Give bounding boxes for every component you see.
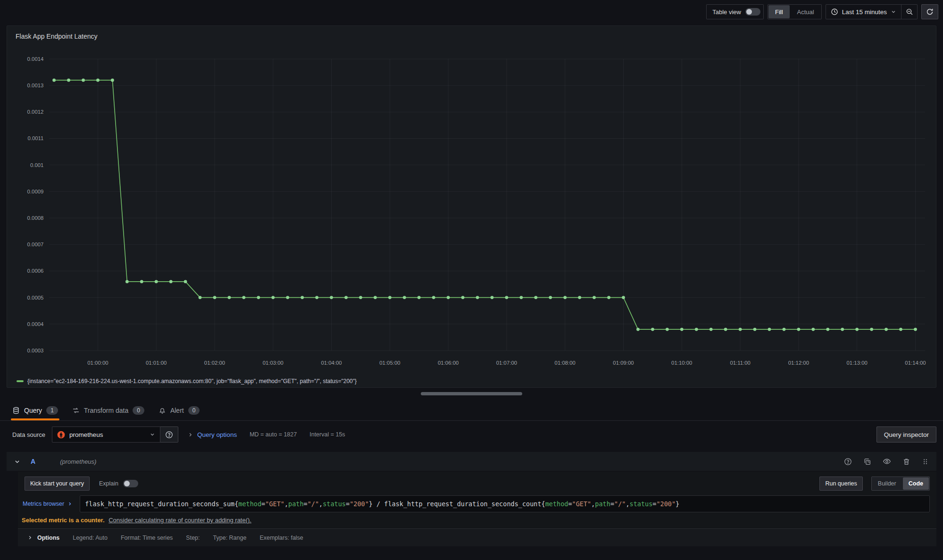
tab-alert-label: Alert xyxy=(170,407,184,414)
promql-editor-row: Metrics browser flask_http_request_durat… xyxy=(18,495,930,512)
tab-transform-badge: 0 xyxy=(133,406,144,415)
svg-text:0.0014: 0.0014 xyxy=(27,56,44,62)
svg-text:0.0004: 0.0004 xyxy=(27,321,44,327)
chevron-right-icon xyxy=(67,501,72,506)
fill-button[interactable]: Fill xyxy=(768,5,790,18)
query-editor: Kick start your query Explain Run querie… xyxy=(18,472,936,546)
time-range-label: Last 15 minutes xyxy=(842,8,887,16)
latency-chart[interactable]: 0.00140.00130.00120.00110.0010.00090.000… xyxy=(14,43,930,376)
svg-text:01:09:00: 01:09:00 xyxy=(613,360,634,366)
options-label: Options xyxy=(37,535,59,541)
time-range-button[interactable]: Last 15 minutes xyxy=(826,5,901,19)
builder-code-segmented: Builder Code xyxy=(871,476,930,491)
tab-alert-badge: 0 xyxy=(188,406,200,415)
delete-query-trash-icon[interactable] xyxy=(902,458,910,466)
builder-button[interactable]: Builder xyxy=(872,477,902,490)
datasource-label: Data source xyxy=(12,431,45,438)
run-queries-button[interactable]: Run queries xyxy=(819,476,862,491)
query-options-toggle[interactable]: Query options MD = auto = 1827 Interval … xyxy=(188,431,345,438)
svg-text:0.0008: 0.0008 xyxy=(27,215,44,221)
svg-text:01:01:00: 01:01:00 xyxy=(146,360,167,366)
query-a-header[interactable]: A (prometheus) xyxy=(7,452,936,471)
query-ref-id: A xyxy=(31,458,35,465)
svg-text:0.0013: 0.0013 xyxy=(27,83,44,88)
zoom-out-icon xyxy=(906,8,913,16)
options-legend: Legend: Auto xyxy=(73,535,108,541)
fill-actual-segmented: Fill Actual xyxy=(768,4,822,19)
chevron-down-icon xyxy=(891,9,896,15)
collapse-chevron-icon[interactable] xyxy=(14,459,20,465)
query-options-collapsed-row[interactable]: Options Legend: Auto Format: Time series… xyxy=(18,528,936,546)
svg-text:0.0005: 0.0005 xyxy=(27,295,44,301)
drag-handle-grip-icon[interactable] xyxy=(922,458,929,465)
options-exemplars: Exemplars: false xyxy=(259,535,303,541)
panel-title: Flask App Endpoint Latency xyxy=(14,30,930,43)
tab-transform-data[interactable]: Transform data 0 xyxy=(72,400,144,420)
options-format: Format: Time series xyxy=(121,535,173,541)
svg-text:01:12:00: 01:12:00 xyxy=(788,360,809,366)
svg-text:01:10:00: 01:10:00 xyxy=(671,360,692,366)
datasource-help-button[interactable] xyxy=(160,426,178,443)
datasource-value: prometheus xyxy=(69,431,103,438)
svg-text:01:14:00: 01:14:00 xyxy=(905,360,926,366)
query-datasource-hint: (prometheus) xyxy=(60,458,96,465)
refresh-icon xyxy=(926,8,934,16)
query-hint-row: Selected metric is a counter. Consider c… xyxy=(18,512,936,528)
tab-alert[interactable]: Alert 0 xyxy=(159,400,200,420)
query-options-label[interactable]: Query options xyxy=(197,431,237,438)
promql-code: flask_http_request_duration_seconds_sum{… xyxy=(85,500,679,508)
datasource-row: Data source prometheus Query opt xyxy=(0,421,943,448)
toggle-visibility-eye-icon[interactable] xyxy=(883,457,891,466)
actual-button[interactable]: Actual xyxy=(791,5,821,18)
options-summary: Legend: Auto Format: Time series Step: T… xyxy=(73,535,303,541)
tab-transform-label: Transform data xyxy=(84,407,128,414)
resize-drag-handle[interactable] xyxy=(421,392,522,395)
counter-warning-text: Selected metric is a counter. xyxy=(22,517,105,524)
zoom-out-button[interactable] xyxy=(901,5,917,19)
table-view-switch[interactable] xyxy=(745,8,760,16)
chevron-right-icon[interactable] xyxy=(27,535,33,540)
svg-text:01:06:00: 01:06:00 xyxy=(438,360,459,366)
editor-toolbar-row: Kick start your query Explain Run querie… xyxy=(18,472,936,491)
table-view-label: Table view xyxy=(712,8,741,16)
promql-code-input[interactable]: flask_http_request_duration_seconds_sum{… xyxy=(80,495,930,512)
svg-text:01:02:00: 01:02:00 xyxy=(204,360,225,366)
grafana-panel-editor: { "toolbar": { "table_view": "Table view… xyxy=(0,0,943,560)
chart-legend: {instance="ec2-184-169-216-224.us-west-1… xyxy=(14,376,930,386)
add-rate-hint-link[interactable]: Consider calculating rate of counter by … xyxy=(108,517,251,524)
query-options-interval: Interval = 15s xyxy=(309,431,345,438)
kick-start-query-button[interactable]: Kick start your query xyxy=(25,476,90,491)
svg-text:01:08:00: 01:08:00 xyxy=(555,360,576,366)
tab-query-badge: 1 xyxy=(46,406,58,415)
editor-tabs: Query 1 Transform data 0 Alert 0 xyxy=(0,400,943,421)
svg-text:01:05:00: 01:05:00 xyxy=(379,360,400,366)
explain-switch[interactable] xyxy=(123,480,138,487)
svg-text:0.001: 0.001 xyxy=(30,162,43,168)
svg-text:01:11:00: 01:11:00 xyxy=(730,360,750,366)
chevron-down-icon xyxy=(150,432,155,437)
refresh-button[interactable] xyxy=(921,4,938,19)
legend-swatch xyxy=(17,380,24,382)
options-type: Type: Range xyxy=(213,535,247,541)
help-circle-icon xyxy=(165,431,173,439)
query-options-md: MD = auto = 1827 xyxy=(250,431,297,438)
metrics-browser-label: Metrics browser xyxy=(23,501,64,507)
svg-text:0.0006: 0.0006 xyxy=(27,268,44,274)
help-circle-icon[interactable] xyxy=(844,458,852,466)
datasource-picker[interactable]: prometheus xyxy=(52,426,160,443)
duplicate-query-icon[interactable] xyxy=(863,458,871,466)
svg-text:0.0007: 0.0007 xyxy=(27,242,44,247)
svg-text:0.0009: 0.0009 xyxy=(27,189,44,194)
tab-query[interactable]: Query 1 xyxy=(12,400,58,420)
legend-series-label[interactable]: {instance="ec2-184-169-216-224.us-west-1… xyxy=(27,378,357,384)
code-button[interactable]: Code xyxy=(903,477,929,490)
explain-label: Explain xyxy=(99,480,118,487)
query-row-actions xyxy=(844,457,929,466)
top-toolbar: Table view Fill Actual Last 15 minutes xyxy=(0,0,943,24)
query-section: A (prometheus) xyxy=(7,452,936,546)
metrics-browser-toggle[interactable]: Metrics browser xyxy=(21,495,80,512)
tab-query-label: Query xyxy=(24,407,42,414)
options-step: Step: xyxy=(186,535,200,541)
svg-text:0.0011: 0.0011 xyxy=(27,135,43,141)
query-inspector-button[interactable]: Query inspector xyxy=(876,426,936,443)
